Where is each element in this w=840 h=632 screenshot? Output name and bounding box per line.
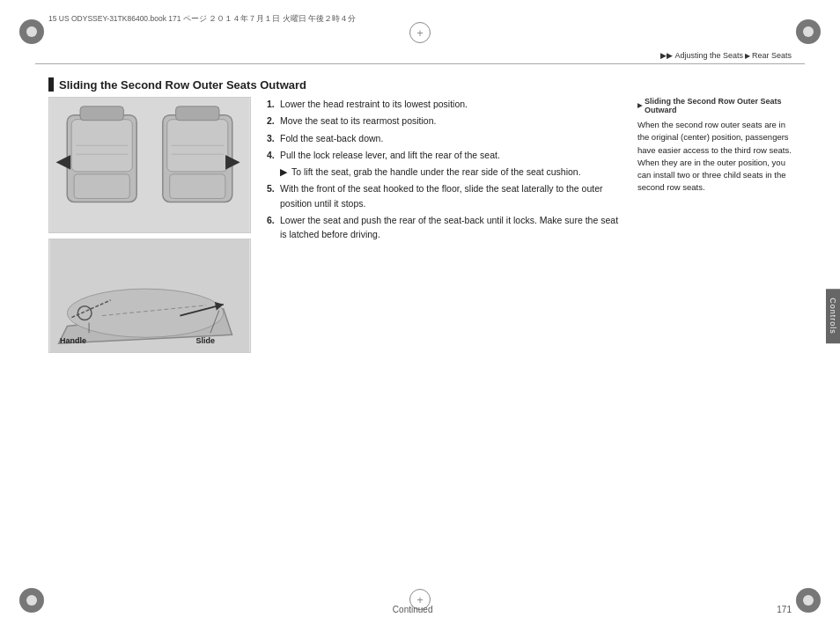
step-2-text: Move the seat to its rearmost position.: [280, 114, 622, 128]
svg-rect-3: [74, 174, 129, 199]
step-1-num: 1.: [267, 97, 277, 111]
footer-page-number: 171: [777, 605, 792, 614]
crosshair-top-center: [410, 23, 430, 42]
main-content: ◀ ▶: [48, 97, 792, 584]
instructions-list: 1. Lower the head restraint to its lowes…: [267, 97, 622, 241]
svg-rect-8: [176, 107, 219, 121]
controls-tab: Controls: [826, 289, 840, 343]
step-1-text: Lower the head restraint to its lowest p…: [280, 97, 622, 111]
step-1: 1. Lower the head restraint to its lowes…: [267, 97, 622, 111]
sidebar-note-text: When the second row outer seats are in t…: [637, 119, 792, 195]
step-5-text: With the front of the seat hooked to the…: [280, 181, 622, 210]
breadcrumb-prefix: ▶▶: [660, 51, 673, 60]
svg-text:◀: ◀: [55, 151, 71, 171]
image-column: ◀ ▶: [48, 97, 251, 584]
sidebar-note-title: Sliding the Second Row Outer Seats Outwa…: [637, 97, 792, 114]
seat-svg-top: ◀ ▶: [49, 98, 250, 232]
section-title-container: Sliding the Second Row Outer Seats Outwa…: [48, 77, 306, 92]
image-label-handle: Handle: [60, 336, 86, 345]
step-6-text: Lower the seat and push the rear of the …: [280, 213, 622, 242]
breadcrumb: ▶▶ Adjusting the Seats ▶ Rear Seats: [660, 51, 792, 60]
sub-arrow-icon: ▶: [280, 165, 289, 179]
svg-rect-7: [170, 174, 225, 199]
corner-decoration-tr: [796, 19, 821, 44]
metadata-bar: 15 US ODYSSEY-31TK86400.book 171 ページ ２０１…: [48, 14, 792, 25]
breadcrumb-section: Adjusting the Seats: [674, 51, 743, 60]
step-6-num: 6.: [267, 213, 277, 242]
step-4-sub-text: To lift the seat, grab the handle under …: [291, 165, 581, 179]
step-6: 6. Lower the seat and push the rear of t…: [267, 213, 622, 242]
sidebar-note-column: Sliding the Second Row Outer Seats Outwa…: [637, 97, 792, 584]
step-4: 4. Pull the lock release lever, and lift…: [267, 148, 622, 162]
image-label-slide: Slide: [195, 336, 215, 345]
step-3-text: Fold the seat-back down.: [280, 131, 622, 145]
seat-image-top: ◀ ▶: [48, 97, 251, 233]
breadcrumb-separator: ▶: [745, 52, 750, 60]
header-divider: [35, 63, 805, 64]
step-5-num: 5.: [267, 181, 277, 210]
step-2-num: 2.: [267, 114, 277, 128]
step-4-num: 4.: [267, 148, 277, 162]
section-title-bar-icon: [48, 77, 54, 92]
step-2: 2. Move the seat to its rearmost positio…: [267, 114, 622, 128]
footer: Continued 171: [48, 605, 792, 614]
instructions-column: 1. Lower the head restraint to its lowes…: [267, 97, 622, 584]
step-4-sub: ▶ To lift the seat, grab the handle unde…: [280, 165, 622, 179]
metadata-text: 15 US ODYSSEY-31TK86400.book 171 ページ ２０１…: [48, 14, 356, 25]
step-5: 5. With the front of the seat hooked to …: [267, 181, 622, 210]
step-3: 3. Fold the seat-back down.: [267, 131, 622, 145]
sidebar-note-title-text: Sliding the Second Row Outer Seats Outwa…: [645, 97, 792, 114]
corner-decoration-bl: [19, 588, 44, 613]
seat-image-bottom: Handle Slide: [48, 239, 251, 353]
svg-text:▶: ▶: [225, 151, 240, 171]
step-3-num: 3.: [267, 131, 277, 145]
footer-continued: Continued: [393, 605, 433, 614]
svg-rect-4: [80, 107, 123, 121]
corner-decoration-tl: [19, 19, 44, 44]
step-4-text: Pull the lock release lever, and lift th…: [280, 148, 622, 162]
section-title-text: Sliding the Second Row Outer Seats Outwa…: [59, 78, 306, 92]
breadcrumb-subsection: Rear Seats: [752, 51, 792, 60]
svg-point-17: [67, 289, 223, 337]
seat-svg-bottom: [49, 239, 250, 352]
corner-decoration-br: [796, 588, 821, 613]
